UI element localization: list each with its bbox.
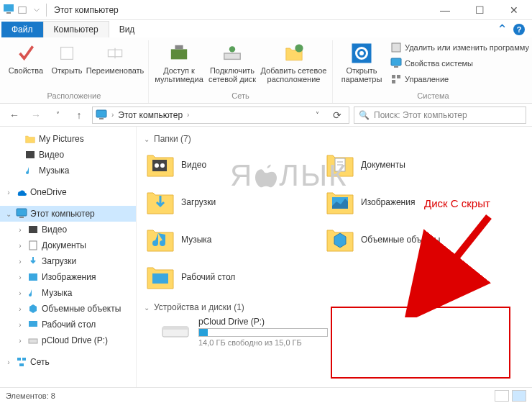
qat-button[interactable] — [16, 2, 29, 18]
ribbon-group-location: Свойства Открыть Переименовать Расположе… — [0, 40, 149, 103]
section-header-drives[interactable]: ⌄Устройства и диски (1) — [144, 302, 525, 312]
media-access-button[interactable]: Доступ к мультимедиа — [153, 40, 205, 85]
svg-rect-26 — [29, 321, 37, 327]
folder-item-desktop[interactable]: Рабочий стол — [144, 261, 316, 294]
forward-button[interactable]: → — [27, 107, 45, 124]
section-header-folders[interactable]: ⌄Папки (7) — [144, 134, 525, 144]
thumbnails-view-button[interactable] — [512, 390, 526, 402]
breadcrumb-dropdown[interactable]: ˅ — [308, 107, 326, 124]
manage-button[interactable]: Управление — [390, 72, 529, 86]
network-icon — [16, 356, 27, 368]
svg-point-33 — [160, 163, 165, 168]
map-drive-button[interactable]: Подключить сетевой диск — [206, 40, 258, 85]
tab-view[interactable]: Вид — [109, 22, 145, 37]
svg-point-14 — [295, 44, 303, 52]
refresh-button[interactable]: ⟳ — [329, 107, 346, 124]
onedrive-icon — [16, 186, 27, 198]
rename-button[interactable]: Переименовать — [86, 40, 144, 76]
videos-folder-icon — [145, 150, 175, 180]
search-placeholder: Поиск: Этот компьютер — [374, 110, 467, 120]
svg-rect-28 — [17, 358, 21, 361]
group-label: Расположение — [47, 90, 101, 103]
folder-item-videos[interactable]: Видео — [144, 148, 316, 181]
tree-item-3d[interactable]: ›Объемные объекты — [0, 301, 136, 317]
uninstall-program-button[interactable]: Удалить или изменить программу — [390, 40, 529, 55]
tree-item-videos[interactable]: Видео — [0, 147, 136, 163]
breadcrumb-bar[interactable]: › Этот компьютер › ˅ ⟳ — [92, 107, 349, 124]
tree-item-music[interactable]: Музыка — [0, 163, 136, 178]
group-label: Сеть — [231, 90, 249, 103]
drive-name: pCloud Drive (P:) — [198, 317, 328, 327]
folder-item-documents[interactable]: Документы — [324, 148, 496, 181]
tree-item-music[interactable]: ›Музыка — [0, 285, 136, 301]
manage-icon — [390, 73, 402, 85]
drive-item-pcloud[interactable]: pCloud Drive (P:) 14,0 ГБ свободно из 15… — [161, 317, 525, 347]
drive-free-space: 14,0 ГБ свободно из 15,0 ГБ — [198, 338, 328, 347]
tree-item-downloads[interactable]: ›Загрузки — [0, 253, 136, 269]
item-count: Элементов: 8 — [6, 391, 55, 400]
group-label: Система — [417, 90, 449, 103]
close-button[interactable]: ✕ — [503, 4, 525, 16]
ribbon: Свойства Открыть Переименовать Расположе… — [0, 37, 532, 104]
music-folder-icon — [145, 225, 175, 255]
system-properties-button[interactable]: Свойства системы — [390, 56, 529, 71]
up-button[interactable]: ↑ — [70, 107, 88, 124]
tree-item-videos[interactable]: ›Видео — [0, 222, 136, 237]
navigation-pane[interactable]: My Pictures Видео Музыка ›OneDrive ⌄Этот… — [0, 127, 137, 387]
tab-file[interactable]: Файл — [1, 22, 43, 37]
breadcrumb-item[interactable]: Этот компьютер — [118, 110, 183, 120]
svg-rect-10 — [171, 49, 187, 59]
quick-access-toolbar: Этот компьютер — [3, 2, 119, 18]
tree-item-network[interactable]: ›Сеть — [0, 354, 136, 370]
svg-rect-20 — [397, 75, 400, 78]
svg-rect-5 — [6, 12, 11, 14]
folder-item-music[interactable]: Музыка — [144, 223, 316, 256]
svg-rect-24 — [29, 241, 37, 250]
svg-rect-19 — [392, 75, 395, 78]
explorer-body: My Pictures Видео Музыка ›OneDrive ⌄Этот… — [0, 127, 532, 387]
properties-button[interactable]: Свойства — [4, 40, 47, 76]
documents-icon — [27, 240, 39, 251]
tree-item-images[interactable]: ›Изображения — [0, 269, 136, 285]
svg-rect-29 — [22, 358, 26, 361]
svg-rect-23 — [29, 226, 37, 233]
ribbon-help: ⌃ ? — [497, 22, 532, 37]
folder-item-3d[interactable]: Объемные объекты — [324, 223, 496, 256]
images-icon — [27, 271, 39, 283]
open-settings-button[interactable]: Открыть параметры — [337, 40, 386, 85]
svg-rect-4 — [4, 4, 14, 12]
objects3d-icon — [27, 303, 39, 314]
help-icon[interactable]: ? — [513, 24, 525, 35]
svg-rect-38 — [152, 273, 168, 284]
add-network-button[interactable]: Добавить сетевое расположение — [260, 40, 328, 85]
window-title: Этот компьютер — [54, 5, 119, 15]
back-button[interactable]: ← — [6, 107, 23, 124]
tree-item-onedrive[interactable]: ›OneDrive — [0, 184, 136, 200]
svg-rect-22 — [26, 151, 35, 158]
minimize-button[interactable]: — — [434, 4, 456, 16]
drive-icon — [27, 335, 39, 346]
separator — [46, 4, 47, 17]
search-input[interactable]: 🔍 Поиск: Этот компьютер — [354, 107, 526, 124]
tree-item-documents[interactable]: ›Документы — [0, 237, 136, 253]
computer-icon — [16, 208, 27, 219]
folder-item-downloads[interactable]: Загрузки — [144, 186, 316, 219]
details-view-button[interactable] — [495, 390, 509, 402]
tree-item-pcloud[interactable]: ›pCloud Drive (P:) — [0, 332, 136, 348]
uninstall-icon — [390, 42, 402, 53]
recent-dropdown[interactable]: ˅ — [49, 107, 66, 124]
downloads-folder-icon — [145, 187, 175, 217]
search-icon: 🔍 — [359, 110, 370, 120]
tab-computer[interactable]: Компьютер — [43, 21, 109, 37]
collapse-ribbon-icon[interactable]: ⌃ — [497, 22, 508, 37]
qat-dropdown[interactable] — [30, 2, 43, 18]
tree-item-pictures[interactable]: My Pictures — [0, 131, 136, 147]
documents-folder-icon — [325, 150, 355, 180]
svg-rect-18 — [392, 43, 400, 52]
window-controls: — ☐ ✕ — [434, 4, 529, 16]
maximize-button[interactable]: ☐ — [469, 4, 490, 16]
tree-item-desktop[interactable]: ›Рабочий стол — [0, 317, 136, 332]
content-pane[interactable]: ⌄Папки (7) Видео Документы Загрузки Изоб… — [137, 127, 532, 387]
tree-item-thispc[interactable]: ⌄Этот компьютер — [0, 206, 136, 222]
open-button[interactable]: Открыть — [49, 40, 85, 76]
